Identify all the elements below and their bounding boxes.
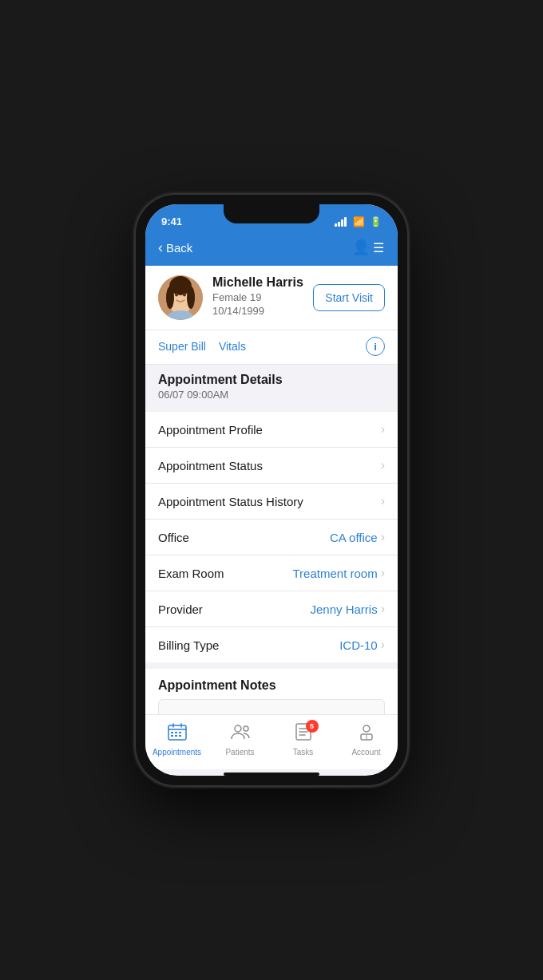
svg-rect-12: [171, 732, 173, 733]
tab-account[interactable]: Account: [335, 720, 398, 757]
appointment-status-history-right: ›: [381, 494, 385, 508]
appointment-status-label: Appointment Status: [158, 459, 263, 472]
appointment-profile-right: ›: [381, 422, 385, 437]
avatar-image: [158, 275, 203, 320]
home-indicator: [224, 773, 319, 776]
exam-room-value: Treatment room: [293, 567, 378, 580]
svg-point-21: [244, 726, 248, 731]
appointment-details-header: Appointment Details 06/07 09:00AM: [145, 365, 398, 405]
provider-row[interactable]: Provider Jenny Harris ›: [145, 591, 398, 627]
office-right: CA office ›: [330, 530, 385, 544]
back-button[interactable]: ‹ Back: [158, 239, 192, 256]
patients-icon: [230, 723, 251, 745]
appointment-profile-chevron-icon: ›: [381, 422, 385, 437]
provider-value: Jenny Harris: [310, 603, 377, 616]
appointment-details-title: Appointment Details: [158, 373, 385, 387]
start-visit-button[interactable]: Start Visit: [313, 284, 385, 311]
tab-tasks-label: Tasks: [293, 748, 314, 757]
appointment-status-row[interactable]: Appointment Status ›: [145, 448, 398, 484]
svg-rect-14: [179, 732, 181, 733]
tab-bar: Appointments Patients: [145, 714, 398, 769]
appointment-status-history-chevron-icon: ›: [381, 494, 385, 508]
billing-type-value: ICD-10: [339, 638, 378, 652]
profile-icon: 👤: [352, 239, 370, 256]
appointment-notes-area[interactable]: [158, 699, 385, 714]
appointment-status-history-label: Appointment Status History: [158, 495, 303, 508]
svg-rect-15: [171, 735, 173, 737]
signal-bars-icon: [335, 217, 347, 227]
status-icons: 📶 🔋: [335, 216, 382, 227]
svg-rect-13: [175, 732, 177, 733]
exam-room-chevron-icon: ›: [381, 566, 385, 580]
appointment-profile-row[interactable]: Appointment Profile ›: [145, 412, 398, 448]
tasks-icon: 5: [295, 723, 312, 745]
patient-dob: 10/14/1999: [212, 305, 303, 317]
battery-icon: 🔋: [370, 216, 382, 227]
menu-button[interactable]: 👤 ☰: [352, 239, 385, 256]
patient-name: Michelle Harris: [212, 275, 303, 290]
svg-point-26: [363, 725, 370, 732]
billing-type-row[interactable]: Billing Type ICD-10 ›: [145, 627, 398, 662]
content-area: Michelle Harris Female 19 10/14/1999 Sta…: [145, 266, 398, 714]
appointment-notes-title: Appointment Notes: [158, 678, 385, 693]
appointment-datetime: 06/07 09:00AM: [158, 389, 385, 401]
appointment-status-right: ›: [381, 458, 385, 472]
avatar: [158, 275, 203, 320]
back-chevron-icon: ‹: [158, 239, 163, 256]
exam-room-row[interactable]: Exam Room Treatment room ›: [145, 555, 398, 591]
svg-point-20: [235, 725, 241, 732]
svg-point-6: [170, 279, 191, 295]
svg-rect-17: [179, 735, 181, 737]
vitals-link[interactable]: Vitals: [219, 340, 246, 353]
billing-type-label: Billing Type: [158, 638, 219, 652]
super-bill-link[interactable]: Super Bill: [158, 340, 206, 353]
quick-links-bar: Super Bill Vitals i: [145, 330, 398, 365]
phone-screen: 9:41 📶 🔋 ‹ Back 👤 ☰: [145, 204, 398, 776]
notch: [224, 204, 319, 223]
patient-card: Michelle Harris Female 19 10/14/1999 Sta…: [145, 266, 398, 330]
appointment-notes-section: Appointment Notes: [145, 669, 398, 714]
svg-point-7: [175, 293, 178, 297]
billing-type-right: ICD-10 ›: [339, 638, 385, 652]
office-chevron-icon: ›: [381, 530, 385, 544]
exam-room-right: Treatment room ›: [293, 566, 385, 580]
appointment-status-chevron-icon: ›: [381, 458, 385, 472]
tab-patients-label: Patients: [225, 748, 254, 757]
phone-frame: 9:41 📶 🔋 ‹ Back 👤 ☰: [136, 195, 407, 785]
provider-label: Provider: [158, 603, 203, 616]
wifi-icon: 📶: [353, 216, 365, 227]
provider-right: Jenny Harris ›: [310, 602, 385, 616]
status-time: 9:41: [161, 215, 182, 227]
info-button[interactable]: i: [366, 337, 385, 356]
office-row[interactable]: Office CA office ›: [145, 520, 398, 555]
tab-appointments-label: Appointments: [153, 748, 201, 757]
tab-tasks[interactable]: 5 Tasks: [272, 720, 335, 757]
svg-rect-16: [175, 735, 177, 737]
appointment-profile-label: Appointment Profile: [158, 423, 263, 437]
tab-appointments[interactable]: Appointments: [145, 720, 208, 757]
tab-patients[interactable]: Patients: [208, 720, 272, 757]
hamburger-icon: ☰: [373, 240, 385, 255]
billing-type-chevron-icon: ›: [381, 638, 385, 652]
tasks-badge: 5: [306, 720, 319, 733]
office-label: Office: [158, 531, 189, 544]
calendar-grid-icon: [168, 723, 187, 745]
back-label: Back: [166, 241, 192, 255]
tab-account-label: Account: [351, 748, 380, 757]
patient-gender: Female 19: [212, 291, 303, 303]
patient-info: Michelle Harris Female 19 10/14/1999: [212, 275, 303, 317]
quick-links-left: Super Bill Vitals: [158, 340, 246, 353]
exam-room-label: Exam Room: [158, 567, 224, 580]
detail-rows-list: Appointment Profile › Appointment Status…: [145, 412, 398, 662]
office-value: CA office: [330, 531, 378, 544]
account-icon: [358, 723, 375, 745]
appointment-status-history-row[interactable]: Appointment Status History ›: [145, 484, 398, 520]
svg-point-8: [183, 293, 186, 297]
nav-header: ‹ Back 👤 ☰: [145, 232, 398, 266]
provider-chevron-icon: ›: [381, 602, 385, 616]
